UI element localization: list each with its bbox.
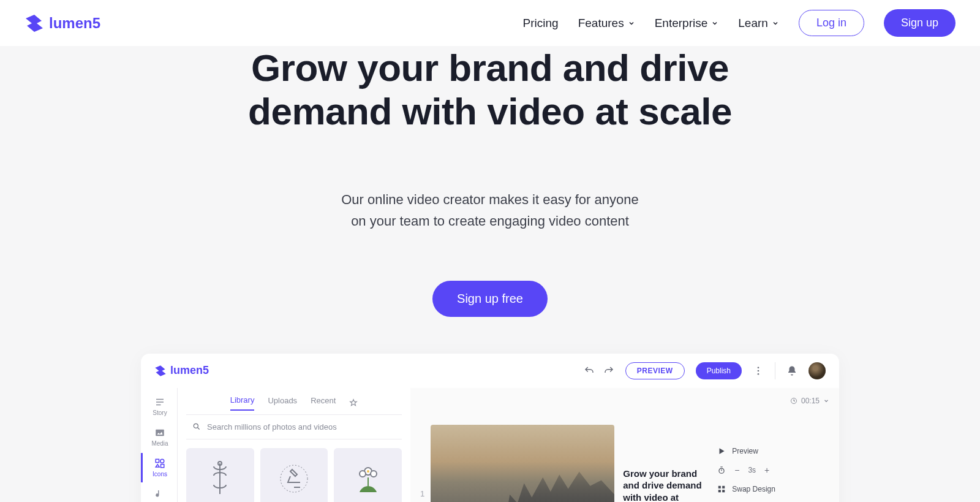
flower-icon [353,460,383,497]
favorites-icon[interactable] [349,398,358,407]
sidebar-item-story[interactable]: Story [141,392,177,421]
music-icon [154,489,165,500]
nav-learn[interactable]: Learn [738,17,779,30]
duration-increase[interactable]: + [762,465,772,475]
slide-number: 1 [420,489,424,498]
panel-swap-design[interactable]: Swap Design [717,480,792,498]
publish-button[interactable]: Publish [696,362,742,379]
signup-free-button[interactable]: Sign up free [432,281,548,317]
svg-point-5 [160,459,164,463]
svg-point-12 [360,471,366,477]
preview-body: Story Media Icons Library [141,388,839,502]
library-panel: Library Uploads Recent Search millions o… [178,388,410,502]
nav-enterprise[interactable]: Enterprise [655,17,719,30]
preview-topbar: lumen5 PREVIEW Publish [141,354,839,388]
thumb-flower-icon[interactable] [334,448,402,502]
nav-enterprise-label: Enterprise [655,17,708,30]
nav-pricing[interactable]: Pricing [523,17,559,30]
tab-library[interactable]: Library [230,395,255,411]
panel-preview-label: Preview [732,447,758,455]
panel-shuffle-colors[interactable]: Shuffle Colors [717,498,792,502]
sidebar-item-label: Media [151,440,168,447]
timecode[interactable]: 00:15 [790,397,829,405]
editor-sidebar: Story Media Icons [141,388,178,502]
sidebar-item-music[interactable] [141,484,177,502]
sidebar-item-media[interactable]: Media [141,422,177,452]
avatar[interactable] [809,362,826,379]
chevron-down-icon [711,20,718,27]
microscope-icon [276,460,312,497]
hero-title: Grow your brand and drive demand with vi… [214,46,766,134]
logo-icon [154,365,167,377]
svg-point-11 [367,470,369,473]
svg-rect-19 [722,490,725,492]
slide-image [431,425,614,502]
undo-redo [584,365,614,376]
search-icon [192,422,201,431]
preview-logo[interactable]: lumen5 [154,364,209,377]
svg-point-2 [758,373,760,375]
slide[interactable]: Grow your brand and drive demand with vi… [431,425,703,502]
clock-icon [790,397,797,405]
panel-swap-label: Swap Design [732,485,775,493]
icons-icon [154,458,165,469]
svg-rect-3 [156,430,164,436]
nav-learn-label: Learn [738,17,768,30]
hero-subtitle: Our online video creator makes it easy f… [12,189,968,232]
signup-button[interactable]: Sign up [884,9,956,37]
duration-decrease[interactable]: − [732,465,742,475]
svg-rect-4 [156,459,159,462]
sidebar-item-icons[interactable]: Icons [141,453,177,482]
duration-value: 3s [748,466,756,474]
library-thumbs [186,439,402,502]
story-icon [154,397,165,408]
slide-controls: Preview − 3s + Swap Design Shuffle [709,400,801,502]
preview-button[interactable]: PREVIEW [625,362,685,379]
svg-point-13 [371,471,377,477]
product-preview-wrap: lumen5 PREVIEW Publish Story [0,354,980,502]
play-icon [717,447,726,455]
svg-rect-17 [722,486,725,489]
more-icon[interactable] [753,365,764,376]
hero: Grow your brand and drive demand with vi… [0,46,980,354]
thumb-medical-icon[interactable] [186,448,254,502]
thumb-microscope-icon[interactable] [260,448,328,502]
svg-point-1 [758,370,760,372]
library-search[interactable]: Search millions of photos and videos [186,415,402,439]
logo[interactable]: lumen5 [24,13,100,33]
svg-point-0 [758,367,760,368]
caduceus-icon [205,460,235,497]
timer-icon [717,466,726,474]
logo-icon [24,13,44,33]
hero-cta-wrap: Sign up free [12,281,968,317]
chevron-down-icon [772,20,779,27]
timecode-value: 00:15 [801,397,820,405]
redo-icon[interactable] [603,365,614,376]
panel-duration: − 3s + [717,460,792,480]
panel-preview[interactable]: Preview [717,442,792,460]
editor-canvas: 00:15 1 Grow your brand and drive demand… [410,388,839,502]
slide-caption: Grow your brand and drive demand with vi… [623,425,703,502]
nav-features-label: Features [578,17,624,30]
sidebar-item-label: Story [153,409,167,416]
hero-sub-line2: on your team to create engaging video co… [12,210,968,232]
svg-rect-18 [718,490,721,492]
sidebar-item-label: Icons [153,471,167,477]
divider [775,362,775,379]
undo-icon[interactable] [584,365,595,376]
nav-features[interactable]: Features [578,17,635,30]
chevron-down-icon [823,398,829,404]
login-button[interactable]: Log in [799,10,864,36]
chevron-down-icon [628,20,635,27]
svg-point-9 [281,465,307,492]
logo-text: lumen5 [49,15,100,32]
svg-rect-6 [161,464,164,467]
tab-uploads[interactable]: Uploads [268,396,297,410]
media-icon [154,427,165,438]
notification-icon[interactable] [786,365,797,376]
hero-sub-line1: Our online video creator makes it easy f… [12,189,968,210]
tab-recent[interactable]: Recent [311,396,336,410]
search-placeholder: Search millions of photos and videos [207,422,337,432]
svg-rect-16 [718,486,721,489]
main-nav: Pricing Features Enterprise Learn Log in… [523,9,956,37]
